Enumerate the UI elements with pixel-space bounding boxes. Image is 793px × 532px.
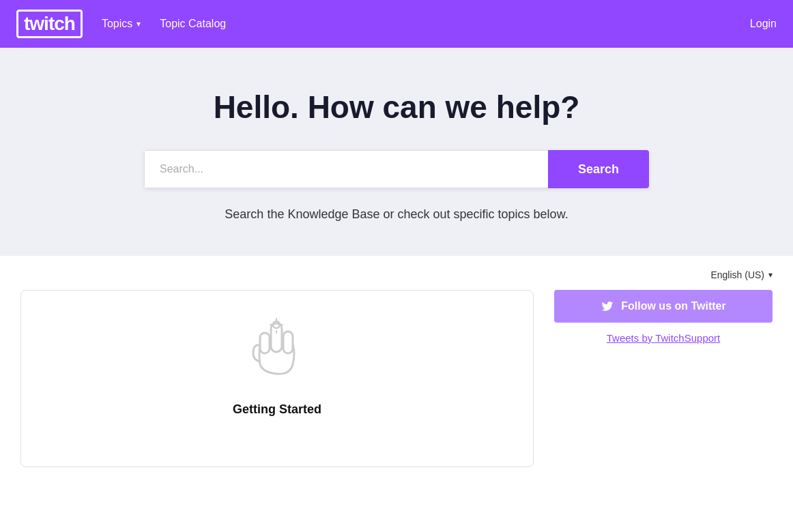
main-columns: Getting Started Follow us on Twitter Twe…	[20, 290, 773, 467]
right-panel: Follow us on Twitter Tweets by TwitchSup…	[554, 290, 773, 344]
nav-left: twitch Topics ▾ Topic Catalog	[16, 10, 226, 38]
chevron-down-icon: ▾	[768, 270, 773, 280]
search-bar: Search	[144, 150, 649, 188]
language-label: English (US)	[710, 269, 764, 280]
search-input[interactable]	[144, 150, 548, 188]
svg-rect-1	[283, 331, 293, 353]
login-button[interactable]: Login	[750, 18, 777, 30]
card-title: Getting Started	[233, 402, 321, 417]
hero-subtitle: Search the Knowledge Base or check out s…	[14, 207, 779, 222]
topic-catalog-link[interactable]: Topic Catalog	[160, 18, 226, 30]
hand-pointer-icon	[246, 318, 308, 386]
chevron-down-icon: ▾	[136, 19, 141, 29]
svg-rect-2	[260, 333, 270, 353]
navbar: twitch Topics ▾ Topic Catalog Login	[0, 0, 793, 48]
language-row: English (US) ▾	[20, 269, 773, 280]
tweets-by-link[interactable]: Tweets by TwitchSupport	[554, 332, 773, 344]
topics-nav-item[interactable]: Topics ▾	[102, 18, 141, 30]
twitch-logo: twitch	[16, 10, 83, 38]
hero-section: Hello. How can we help? Search Search th…	[0, 48, 793, 256]
twitter-follow-button[interactable]: Follow us on Twitter	[554, 290, 773, 323]
hero-heading: Hello. How can we help?	[14, 89, 779, 125]
topics-label: Topics	[102, 18, 132, 30]
content-area: English (US) ▾	[0, 256, 793, 494]
search-button[interactable]: Search	[548, 150, 649, 188]
twitter-follow-label: Follow us on Twitter	[621, 300, 725, 312]
twitter-icon	[601, 299, 614, 313]
card-icon	[246, 318, 308, 389]
getting-started-card[interactable]: Getting Started	[20, 290, 534, 467]
